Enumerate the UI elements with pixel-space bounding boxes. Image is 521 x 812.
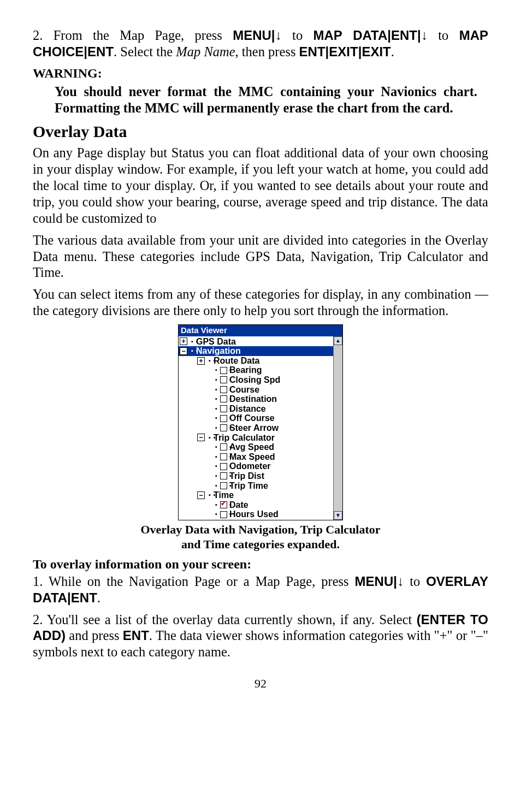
screenshot-caption: Overlay Data with Navigation, Trip Calcu…	[33, 523, 488, 552]
key-ent: ENT	[391, 28, 417, 43]
window-title: Data Viewer	[179, 325, 342, 336]
checkbox-icon[interactable]	[220, 453, 227, 460]
pipe: |	[393, 574, 397, 589]
collapse-minus-icon[interactable]: −	[197, 434, 205, 441]
checkbox-icon[interactable]	[220, 386, 227, 393]
tree-item[interactable]: ····Avg Speed	[179, 442, 334, 452]
data-viewer-window: Data Viewer +··GPS Data −··Navigation +·…	[178, 324, 343, 520]
tree-item[interactable]: ····Closing Spd	[179, 375, 334, 385]
text: to	[404, 574, 426, 589]
tree-item-hours-used[interactable]: ····Hours Used	[179, 509, 334, 519]
checkbox-icon[interactable]	[220, 463, 227, 470]
down-arrow-icon: ↓	[397, 574, 404, 589]
tree-item-time[interactable]: −··Time	[179, 490, 334, 500]
tree: +··GPS Data −··Navigation +··Route Data …	[179, 337, 334, 519]
checkbox-icon[interactable]	[220, 367, 227, 374]
tree-item[interactable]: ····Bearing	[179, 365, 334, 375]
key-exit: EXIT	[362, 44, 390, 59]
label: Trip Time	[229, 481, 268, 491]
label: Max Speed	[229, 452, 275, 462]
checkbox-icon[interactable]	[220, 472, 227, 479]
checkbox-icon[interactable]	[220, 482, 227, 489]
label: Course	[229, 385, 259, 395]
label: Navigation	[196, 346, 241, 356]
text: .	[97, 590, 100, 605]
step2-paragraph: 2. From the Map Page, press MENU|↓ to MA…	[33, 27, 488, 60]
overlay-p3: You can select items from any of these c…	[33, 286, 488, 319]
text: 1. While on the Navigation Page or a Map…	[33, 574, 355, 589]
text: to	[292, 28, 313, 43]
down-arrow-icon: ↓	[275, 28, 282, 43]
pipe: |	[417, 28, 421, 43]
collapse-minus-icon[interactable]: −	[180, 347, 187, 355]
step2b-paragraph: 2. You'll see a list of the overlay data…	[33, 612, 488, 661]
label: Trip Dist	[229, 471, 264, 481]
checkbox-icon[interactable]	[220, 511, 227, 518]
label: Time	[214, 490, 234, 500]
checkbox-icon[interactable]	[220, 415, 227, 422]
checkbox-icon[interactable]	[220, 376, 227, 383]
tree-item[interactable]: ····Off Course	[179, 413, 334, 423]
key-exit: EXIT	[329, 44, 358, 59]
text: 2. From the Map Page, press	[33, 28, 233, 43]
key-map-data: MAP DATA	[313, 28, 387, 43]
warning-body: You should never format the MMC containi…	[55, 84, 477, 116]
text: . Select the	[114, 44, 176, 59]
tree-item-gps-data[interactable]: +··GPS Data	[179, 337, 334, 347]
tree-item[interactable]: ····Trip Time	[179, 481, 334, 491]
key-ent: ENT	[71, 590, 97, 605]
label: Closing Spd	[229, 375, 280, 385]
checkbox-icon[interactable]	[220, 395, 227, 402]
key-ent: ENT	[299, 44, 325, 59]
map-name-italic: Map Name	[176, 44, 235, 59]
page: 2. From the Map Page, press MENU|↓ to MA…	[0, 0, 521, 812]
tree-item-date[interactable]: ····Date	[179, 500, 334, 510]
scroll-up-icon[interactable]: ▲	[334, 336, 342, 345]
label: Trip Calculator	[214, 433, 275, 443]
collapse-minus-icon[interactable]: −	[197, 491, 205, 499]
tree-item-route-data[interactable]: +··Route Data	[179, 356, 334, 366]
step1b-paragraph: 1. While on the Navigation Page or a Map…	[33, 573, 488, 606]
label: Odometer	[229, 461, 271, 471]
key-menu: MENU	[233, 28, 271, 43]
caption-line2: and Time categories expanded.	[181, 537, 340, 551]
label: Avg Speed	[229, 442, 274, 452]
key-ent: ENT	[87, 44, 114, 59]
key-menu: MENU	[355, 574, 394, 589]
caption-line1: Overlay Data with Navigation, Trip Calcu…	[140, 523, 380, 536]
key-ent: ENT	[123, 628, 149, 643]
pipe: |	[271, 28, 275, 43]
text: and press	[66, 628, 123, 643]
tree-item[interactable]: ····Destination	[179, 394, 334, 404]
window-body: +··GPS Data −··Navigation +··Route Data …	[179, 336, 342, 520]
scroll-down-icon[interactable]: ▼	[334, 511, 342, 520]
text: , then press	[235, 44, 299, 59]
scrollbar[interactable]: ▲ ▼	[333, 336, 342, 520]
expand-plus-icon[interactable]: +	[180, 337, 187, 345]
expand-plus-icon[interactable]: +	[197, 357, 205, 365]
tree-item-trip-calculator[interactable]: −··Trip Calculator	[179, 433, 334, 443]
warning-head: WARNING:	[33, 66, 488, 81]
label: Bearing	[229, 365, 262, 375]
tree-item[interactable]: ····Steer Arrow	[179, 423, 334, 433]
text: .	[391, 44, 394, 59]
text: 2. You'll see a list of the overlay data…	[33, 612, 417, 627]
tree-item-navigation[interactable]: −··Navigation	[179, 346, 334, 356]
checkbox-checked-icon[interactable]	[220, 501, 227, 508]
checkbox-icon[interactable]	[220, 424, 227, 431]
tree-item[interactable]: ····Course	[179, 385, 334, 395]
label: Route Data	[214, 356, 259, 366]
tree-item[interactable]: ····Distance	[179, 404, 334, 414]
text: to	[438, 28, 459, 43]
label: GPS Data	[196, 337, 236, 347]
pipe: |	[67, 590, 71, 605]
checkbox-icon[interactable]	[220, 443, 227, 451]
overlay-heading: Overlay Data	[33, 122, 488, 142]
tree-item[interactable]: ····Trip Dist	[179, 471, 334, 481]
tree-item[interactable]: ····Max Speed	[179, 452, 334, 462]
overlay-p1: On any Page display but Status you can f…	[33, 145, 488, 226]
tree-item[interactable]: ····Odometer	[179, 461, 334, 471]
label: Destination	[229, 394, 277, 404]
sub-heading: To overlay information on your screen:	[33, 556, 488, 572]
checkbox-icon[interactable]	[220, 405, 227, 412]
